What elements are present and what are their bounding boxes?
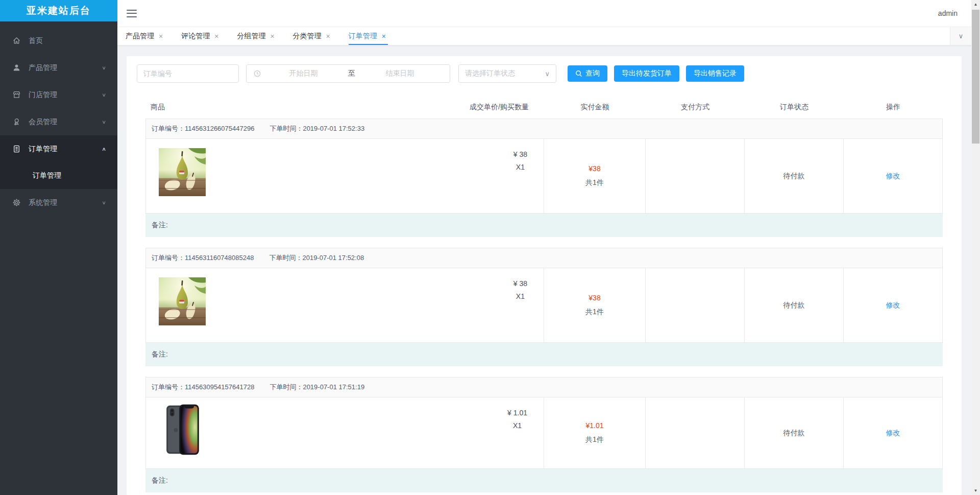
close-icon[interactable]: × (214, 33, 218, 40)
iphone-product-image (159, 403, 206, 457)
sidebar-item-orders[interactable]: 订单管理 ∧ (0, 135, 117, 162)
sidebar-item-label: 门店管理 (29, 90, 57, 100)
tab-groups[interactable]: 分组管理 × (237, 27, 284, 45)
payment-method (645, 268, 744, 342)
sidebar-item-stores[interactable]: 门店管理 ∨ (0, 81, 117, 108)
paid-amount: ¥38 (589, 164, 600, 173)
chevron-down-icon: ∨ (959, 32, 964, 40)
quantity: X1 (513, 163, 527, 171)
unit-price: ¥ 38 (513, 150, 527, 158)
order-header: 订单编号：1145631266075447296 下单时间：2019-07-01… (145, 119, 943, 139)
shop-icon (12, 90, 21, 99)
date-separator: 至 (346, 69, 357, 78)
order-row: ¥ 38 X1 ¥38 共1件 待付款 修改 (145, 139, 943, 214)
quantity: X1 (513, 292, 527, 300)
order-status-placeholder: 请选择订单状态 (465, 69, 515, 78)
sidebar-item-label: 产品管理 (29, 63, 57, 73)
chevron-down-icon: ∨ (102, 200, 106, 205)
order-no-label: 订单编号： (152, 383, 185, 391)
user-menu[interactable]: admin (938, 9, 958, 17)
order-status-select[interactable]: 请选择订单状态 ∨ (458, 64, 556, 83)
user-icon (12, 63, 21, 72)
scroll-up-arrow-icon[interactable]: ▲ (971, 0, 980, 9)
tab-label: 分组管理 (237, 32, 265, 41)
close-icon[interactable]: × (270, 33, 274, 40)
tab-label: 评论管理 (181, 32, 210, 41)
total-count: 共1件 (585, 308, 604, 317)
export-pending-orders-button[interactable]: 导出待发货订单 (614, 65, 679, 82)
order-row: ¥ 1.01 X1 ¥1.01 共1件 待付款 修改 (145, 397, 943, 469)
tab-products[interactable]: 产品管理 × (126, 27, 173, 45)
date-range-picker[interactable]: 开始日期 至 结束日期 (246, 64, 450, 83)
order-no: 1145631160748085248 (185, 254, 254, 262)
unit-price: ¥ 38 (513, 279, 527, 288)
close-icon[interactable]: × (326, 33, 330, 40)
hamburger-icon[interactable] (127, 10, 137, 17)
sidebar-item-label: 订单管理 (29, 145, 57, 154)
sidebar-item-products[interactable]: 产品管理 ∨ (0, 54, 117, 81)
search-button[interactable]: 查询 (568, 65, 607, 82)
close-icon[interactable]: × (159, 33, 163, 40)
order-block: 订单编号：1145631266075447296 下单时间：2019-07-01… (145, 119, 943, 237)
tab-orders[interactable]: 订单管理 × (349, 27, 396, 45)
order-remark: 备注: (145, 214, 943, 237)
scrollbar-thumb[interactable] (972, 10, 979, 144)
export-sales-records-button[interactable]: 导出销售记录 (686, 65, 744, 82)
order-time-label: 下单时间： (270, 125, 303, 132)
tab-categories[interactable]: 分类管理 × (293, 27, 340, 45)
main-area: admin 产品管理 × 评论管理 × 分组管理 × 分类管理 × 订单管理 ×… (117, 0, 980, 495)
order-no: 1145631266075447296 (185, 125, 254, 132)
tab-label: 订单管理 (349, 32, 377, 41)
search-icon (575, 70, 582, 77)
close-icon[interactable]: × (382, 33, 386, 40)
paid-amount: ¥38 (589, 294, 600, 302)
order-remark: 备注: (145, 469, 943, 492)
scroll-down-arrow-icon[interactable]: ▼ (971, 486, 980, 495)
tab-comments[interactable]: 评论管理 × (181, 27, 229, 45)
edit-order-link[interactable]: 修改 (886, 172, 900, 181)
sidebar-item-label: 会员管理 (29, 117, 57, 127)
order-no-label: 订单编号： (152, 125, 185, 132)
gear-icon (12, 198, 21, 207)
top-bar: admin (117, 0, 980, 27)
sidebar-item-members[interactable]: 会员管理 ∨ (0, 108, 117, 135)
order-no: 1145630954157641728 (185, 383, 254, 391)
sidebar-group-orders: 订单管理 ∧ 订单管理 (0, 135, 117, 189)
member-badge-icon (12, 117, 21, 126)
order-time: 2019-07-01 17:52:08 (302, 254, 364, 262)
tab-bar: 产品管理 × 评论管理 × 分组管理 × 分类管理 × 订单管理 × ∨ (117, 27, 980, 45)
app-logo: 亚米建站后台 (0, 0, 117, 21)
chevron-down-icon: ∨ (102, 65, 106, 70)
orders-table: 商品 成交单价/购买数量 实付金额 支付方式 订单状态 操作 订单编号：1145… (145, 96, 943, 492)
vertical-scrollbar: ▲ ▼ (971, 0, 980, 495)
column-header-unit-price-qty: 成交单价/购买数量 (470, 103, 529, 112)
sidebar: 亚米建站后台 首页 产品管理 ∨ 门店管理 ∨ 会员管理 (0, 0, 117, 495)
tab-label: 产品管理 (126, 32, 154, 41)
order-block: 订单编号：1145630954157641728 下单时间：2019-07-01… (145, 377, 943, 492)
order-remark: 备注: (145, 343, 943, 366)
column-header-actions: 操作 (844, 103, 943, 112)
total-count: 共1件 (585, 178, 604, 187)
sidebar-item-label: 系统管理 (29, 198, 57, 207)
chevron-down-icon: ∨ (102, 92, 106, 98)
pear-product-image (159, 144, 206, 200)
quantity: X1 (507, 421, 527, 430)
status-badge: 待付款 (783, 172, 805, 181)
pear-product-image (159, 273, 206, 329)
tab-list-dropdown-button[interactable]: ∨ (950, 27, 971, 45)
date-start-placeholder: 开始日期 (261, 69, 346, 78)
sidebar-item-home[interactable]: 首页 (0, 27, 117, 54)
sidebar-item-system[interactable]: 系统管理 ∨ (0, 189, 117, 216)
edit-order-link[interactable]: 修改 (886, 301, 900, 310)
column-header-paid-amount: 实付金额 (544, 103, 646, 112)
content-area: 开始日期 至 结束日期 请选择订单状态 ∨ 查询 导出待发货订单 (117, 45, 980, 495)
clock-icon (254, 70, 261, 77)
column-header-order-status: 订单状态 (745, 103, 844, 112)
sidebar-subitem-label: 订单管理 (33, 171, 61, 180)
sidebar-subitem-order-management[interactable]: 订单管理 (0, 162, 117, 189)
order-time: 2019-07-01 17:52:33 (303, 125, 364, 132)
table-header-row: 商品 成交单价/购买数量 实付金额 支付方式 订单状态 操作 (145, 96, 943, 119)
edit-order-link[interactable]: 修改 (886, 429, 900, 438)
order-number-input[interactable] (143, 69, 232, 78)
sidebar-item-label: 首页 (29, 36, 43, 45)
